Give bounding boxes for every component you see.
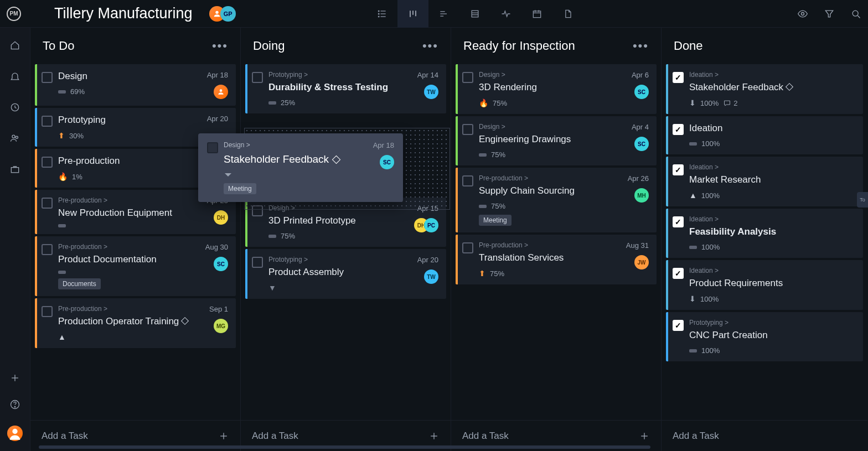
add-icon[interactable] [9, 372, 20, 383]
assignee-avatar[interactable]: TW [424, 85, 438, 99]
task-card[interactable]: Design69%Apr 18 [35, 64, 236, 106]
portfolio-icon[interactable] [9, 164, 20, 175]
assignee-avatar[interactable]: SC [634, 137, 649, 151]
svg-marker-40 [225, 173, 231, 177]
assignee-avatar[interactable] [214, 85, 228, 99]
filter-icon[interactable] [824, 8, 835, 19]
task-checkbox[interactable] [673, 124, 684, 135]
avatar-gp[interactable]: GP [220, 6, 236, 22]
view-activity[interactable] [490, 0, 521, 28]
task-checkbox[interactable] [42, 306, 53, 317]
task-date: Apr 6 [632, 71, 649, 79]
help-icon[interactable] [9, 399, 20, 410]
assignee-avatar[interactable]: SC [380, 155, 394, 169]
task-checkbox[interactable] [462, 175, 473, 186]
assignee-avatar[interactable]: DH [214, 210, 228, 225]
view-gantt[interactable] [428, 0, 459, 28]
task-checkbox[interactable] [462, 242, 473, 253]
task-card[interactable]: Pre-production >Supply Chain Sourcing75%… [456, 168, 657, 232]
app-logo[interactable]: PM [7, 7, 21, 21]
card-color-bar [456, 64, 458, 114]
view-kanban[interactable] [397, 0, 428, 28]
progress-indicator [479, 205, 487, 208]
card-color-bar [456, 116, 458, 165]
progress-indicator [58, 224, 66, 227]
task-category: Ideation > [689, 215, 850, 223]
priority-up-icon: ▲ [689, 191, 697, 200]
notifications-icon[interactable] [9, 71, 20, 82]
add-task-label: Add a Task [252, 431, 298, 442]
task-checkbox[interactable] [42, 72, 53, 83]
task-checkbox[interactable] [252, 257, 263, 268]
task-card[interactable]: Design >3D Rendering🔥75%Apr 6SC [456, 64, 657, 114]
task-title: Product Requirements [689, 278, 850, 289]
task-checkbox[interactable] [673, 268, 684, 279]
assignee-avatar[interactable]: TW [424, 269, 438, 284]
column-menu-icon[interactable]: ••• [212, 39, 228, 53]
task-card[interactable]: Pre-production >Translation Services⬆75%… [456, 235, 657, 284]
task-card[interactable]: Pre-production >Production Operator Trai… [35, 298, 236, 348]
task-date: Apr 18 [373, 141, 394, 149]
task-checkbox[interactable] [462, 72, 473, 83]
milestone-icon [786, 83, 793, 91]
horizontal-scrollbar[interactable] [39, 445, 857, 449]
task-card[interactable]: Prototyping >Product Assembly▼Apr 20TW [245, 249, 446, 299]
task-checkbox[interactable] [42, 198, 53, 209]
task-checkbox[interactable] [673, 72, 684, 83]
column-menu-icon[interactable]: ••• [422, 39, 438, 53]
progress-indicator [689, 142, 697, 146]
assignee-avatar[interactable]: MG [214, 319, 228, 333]
task-card[interactable]: Ideation >Market Research▲100% [666, 157, 863, 206]
search-icon[interactable] [850, 8, 861, 19]
svg-point-31 [14, 407, 15, 407]
task-card[interactable]: Ideation >Feasibility Analysis100% [666, 209, 863, 258]
task-meta: 75% [268, 232, 409, 240]
assignee-avatar[interactable]: SC [634, 85, 649, 99]
task-checkbox[interactable] [673, 164, 684, 175]
team-icon[interactable] [9, 133, 20, 144]
assignee-avatar[interactable]: SC [214, 257, 228, 271]
task-checkbox[interactable] [673, 320, 684, 331]
column-menu-icon[interactable]: ••• [633, 39, 649, 53]
task-title: Ideation [689, 123, 850, 134]
task-card[interactable]: Prototyping >CNC Part Creation100% [666, 312, 863, 361]
card-color-bar [245, 249, 247, 299]
task-card[interactable]: Ideation >Stakeholder Feedback⬇100%2 [666, 64, 863, 114]
task-meta: 100% [689, 243, 850, 251]
svg-rect-27 [11, 168, 18, 173]
assignee-group[interactable]: DHPC [414, 218, 438, 232]
task-card[interactable]: Pre-production >Product DocumentationDoc… [35, 236, 236, 296]
svg-point-25 [12, 135, 15, 138]
view-calendar[interactable] [521, 0, 552, 28]
task-card[interactable]: Ideation100% [666, 116, 863, 154]
task-checkbox[interactable] [42, 244, 53, 255]
card-color-bar [666, 64, 668, 114]
svg-point-22 [852, 11, 858, 16]
task-checkbox[interactable] [462, 124, 473, 135]
task-checkbox[interactable] [673, 216, 684, 227]
collapsed-column-tag[interactable]: To [857, 192, 868, 208]
project-members[interactable]: GP [209, 6, 236, 22]
view-sheet[interactable] [459, 0, 490, 28]
task-title: Product Assembly [268, 267, 412, 278]
task-checkbox[interactable] [207, 142, 218, 153]
task-card[interactable]: Design >Engineering Drawings75%Apr 4SC [456, 116, 657, 165]
task-date: Aug 30 [205, 243, 228, 251]
task-card[interactable]: Prototyping >Durability & Stress Testing… [245, 64, 446, 113]
task-card[interactable]: Ideation >Product Requirements⬇100% [666, 260, 863, 310]
recent-icon[interactable] [9, 102, 20, 113]
progress-indicator [689, 349, 697, 352]
dragging-card[interactable]: Design > Stakeholder Feedback Meeting Ap… [198, 133, 403, 202]
task-checkbox[interactable] [42, 157, 53, 168]
progress-indicator [689, 246, 697, 249]
task-checkbox[interactable] [42, 116, 53, 127]
assignee-avatar[interactable]: JW [634, 255, 649, 269]
current-user-avatar[interactable] [7, 426, 23, 441]
task-checkbox[interactable] [252, 72, 263, 83]
view-list[interactable] [366, 0, 397, 28]
view-files[interactable] [552, 0, 583, 28]
assignee-avatar[interactable]: MH [634, 188, 649, 203]
home-icon[interactable] [9, 40, 20, 51]
visibility-icon[interactable] [797, 8, 808, 19]
svg-point-32 [12, 429, 17, 434]
